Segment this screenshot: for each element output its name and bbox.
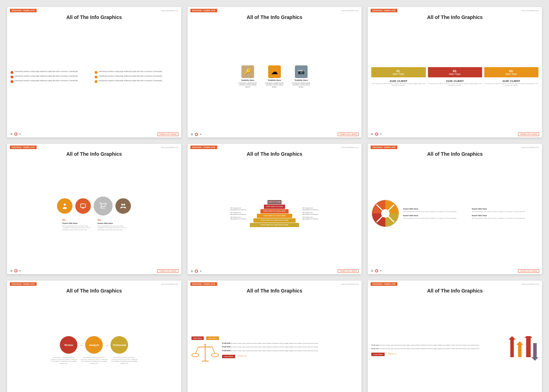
svg-line-13 <box>212 347 215 354</box>
gear-title: Insert title here <box>97 222 126 224</box>
circle-icon: ⭕ <box>14 269 18 272</box>
scales-text-2: Ut adi enim ad minim veniam, quis nostru… <box>222 346 358 348</box>
scales-text-1: Ut adi enim ad minim veniam, quis nostru… <box>222 342 358 345</box>
pyramid: SUBTITLE HERE YOUR SUBTITLE HERE YOUR SU… <box>250 200 299 227</box>
learn-more-btn[interactable]: Learn More <box>371 353 385 356</box>
scales-text-3: Ut adi enim ad minim veniam, quis nostru… <box>222 350 358 352</box>
stat-text: Fat survived not only five centuries, bu… <box>484 83 538 86</box>
svg-marker-22 <box>526 338 531 357</box>
arrows-text-2: Ut adi enim ad minim veniam, quis nostru… <box>371 348 504 350</box>
slide-5-title: All of The Info Graphics <box>188 150 362 159</box>
flow-arrow-2: → <box>105 343 108 347</box>
company-label: A Company: LtdAssociation Or Collection <box>231 216 246 220</box>
show-more-btn-1[interactable]: Show More <box>191 336 204 340</box>
slide-3-badge: GRAPHIC TEMPLATE <box>371 9 397 12</box>
svg-rect-1 <box>81 204 86 207</box>
slide-3: GRAPHIC TEMPLATE www.yourwebsite.com All… <box>368 7 542 137</box>
list-text: Interactively transform cutting-edge int… <box>99 71 162 73</box>
puzzle-label-text: Sed ut perspiciatis unde omnis iste natu… <box>472 217 538 219</box>
footer-template: TEMPLATE HERE <box>157 133 178 136</box>
topic-box-1: 01. Main Topic <box>371 67 425 77</box>
footer-icons: 🖥 ⭕ ✦ <box>371 133 382 136</box>
puzzle-labels: Insert title here Sed ut perspiciatis un… <box>403 208 538 219</box>
slide-1: GRAPHIC TEMPLATE www.yourwebsite.com All… <box>7 7 181 137</box>
person-icon <box>61 203 68 210</box>
gear-4 <box>115 198 131 214</box>
gear-item-2: 02. Insert title here Sed ut perspiciati… <box>97 218 126 231</box>
list-item: Interactively transform cutting-edge int… <box>11 75 93 78</box>
topic-label: Main Topic <box>429 73 481 75</box>
circle-icon: ⭕ <box>195 133 198 136</box>
arrows-action-row: Learn More Support Us <box>371 353 504 356</box>
slide-3-content: 01. Main Topic 02. Main Topic 03. Main T… <box>368 23 542 131</box>
slide-2: GRAPHIC TEMPLATE www.yourwebsite.com All… <box>188 7 362 137</box>
slide-8: GRAPHIC TEMPLATE www.yourwebsite.com All… <box>188 281 362 392</box>
gear-items: 01. Insert title here Sed ut perspiciati… <box>11 218 178 231</box>
puzzle-label-title: Insert title here <box>403 208 469 210</box>
puzzle-label-title: Insert title here <box>472 208 538 210</box>
slide-6: GRAPHIC TEMPLATE www.yourwebsite.com All… <box>368 144 542 274</box>
puzzle-label-1: Insert title here Sed ut perspiciatis un… <box>403 208 469 212</box>
slide-7-title: All of The Info Graphics <box>7 287 181 296</box>
gear-item-1: 01. Insert title here Sed ut perspiciati… <box>62 218 90 231</box>
slide-4-badge: GRAPHIC TEMPLATE <box>10 146 37 149</box>
monitor-icon: 🖥 <box>371 133 373 136</box>
footer-icons: 🖥 ⭕ ✦ <box>190 270 202 273</box>
monitor-icon: 🖥 <box>371 269 373 272</box>
slide-2-content: 🔑 Subtitle Here Consectetur adipiscing e… <box>188 23 362 131</box>
scales-text-bold: Ut adi enim <box>222 342 231 344</box>
company-label: A Company: LtdAssociation Or Collection <box>303 212 318 215</box>
support-text: Support Us <box>238 355 247 358</box>
slides-grid: GRAPHIC TEMPLATE www.yourwebsite.com All… <box>7 7 542 392</box>
svg-point-0 <box>64 204 66 206</box>
circle-icon: ⭕ <box>195 270 198 273</box>
slide-7: GRAPHIC TEMPLATE www.yourwebsite.com All… <box>7 281 181 392</box>
gear-text: Sed ut perspiciatis unde omnis iste natu… <box>62 225 90 231</box>
company-label: A Company: LtdAssociation Or Collection <box>231 212 246 215</box>
icon-subtitle: Subtitle Here <box>268 79 281 81</box>
stat-num: 212K CLIENT <box>428 79 482 83</box>
icon-text: Consectetur adipiscing elit, sed diam no… <box>291 82 312 89</box>
cloud-icon: ☁ <box>268 65 281 78</box>
slide-5-badge: GRAPHIC TEMPLATE <box>190 146 217 149</box>
circle-icon: ⭕ <box>375 133 378 136</box>
svg-point-4 <box>121 204 123 205</box>
icon-item-3: 📷 Subtitle Here Consectetur adipiscing e… <box>291 65 312 89</box>
slide-2-url: www.yourwebsite.com <box>341 9 359 12</box>
topic-num: 02. <box>429 69 481 73</box>
footer-template: TEMPLATE HERE <box>338 269 359 273</box>
pyramid-level-5: YOUR SUBTITLE GOES RIGHT HERE <box>253 218 296 223</box>
puzzle-svg <box>371 199 399 227</box>
slide-9-header: GRAPHIC TEMPLATE www.yourwebsite.com <box>368 281 542 287</box>
key-icon: 🔑 <box>241 65 254 78</box>
gear-num: 02. <box>97 218 126 221</box>
icon-item-2: ☁ Subtitle Here Consectetur adipiscing e… <box>264 65 285 89</box>
puzzle-container: Insert title here Sed ut perspiciatis un… <box>371 199 538 227</box>
slide-8-badge: GRAPHIC TEMPLATE <box>190 282 217 286</box>
icon-text: Consectetur adipiscing elit, sed diam no… <box>264 82 285 89</box>
svg-point-5 <box>124 204 125 205</box>
right-labels: A Company: LtdAssociation Or Collection … <box>303 207 318 220</box>
svg-marker-19 <box>509 336 516 340</box>
slide-5-footer: 🖥 ⭕ ✦ TEMPLATE HERE <box>188 268 362 274</box>
stat-2: 212K CLIENT Fat survived not only five c… <box>428 79 482 86</box>
slide-6-footer: 🖥 ⭕ ✦ TEMPLATE HERE <box>368 268 542 274</box>
show-more-btn-2[interactable]: Show More <box>206 336 219 340</box>
group-icon <box>120 203 127 210</box>
learn-more-btn[interactable]: Learn More <box>222 355 235 358</box>
gear-2 <box>75 198 91 214</box>
slide-2-icons: 🔑 Subtitle Here Consectetur adipiscing e… <box>237 65 312 89</box>
star-icon: ✦ <box>380 133 382 136</box>
list-item: Interactively transform cutting-edge int… <box>95 75 177 78</box>
arrows-visual <box>507 336 538 364</box>
star-icon: ✦ <box>19 269 21 272</box>
footer-template: TEMPLATE HERE <box>518 133 539 136</box>
flow-circle-3: Testimonial <box>111 336 128 354</box>
pyramid-level-2: YOUR SUBTITLE HERE <box>264 205 285 209</box>
company-label: A Company: LtdAssociation Or Collection <box>303 207 318 211</box>
svg-marker-24 <box>533 343 537 357</box>
icon-item-1: 🔑 Subtitle Here Consectetur adipiscing e… <box>237 65 258 89</box>
topic-box-3: 03. Main Topic <box>484 67 538 77</box>
gear-1 <box>57 198 72 214</box>
stat-num: 212K CLIENT <box>484 79 538 83</box>
